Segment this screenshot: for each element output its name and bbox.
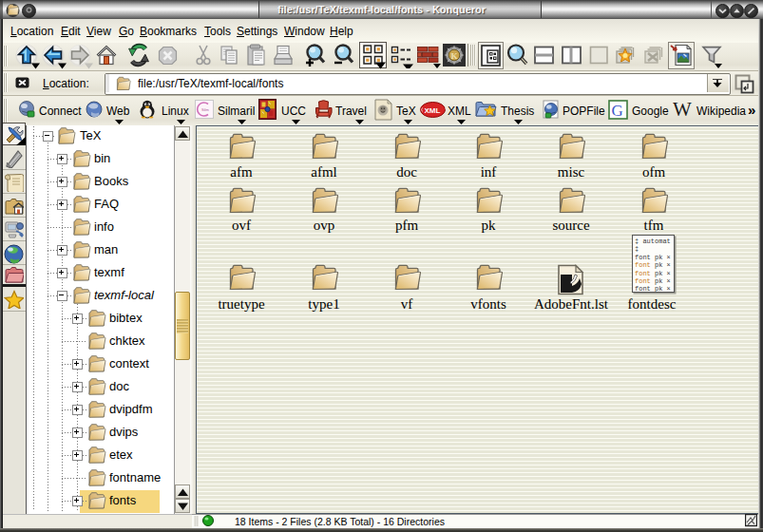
svg-text:XML: XML: [425, 106, 441, 115]
svg-text:K: K: [451, 51, 458, 61]
svg-text:G: G: [612, 102, 623, 120]
svg-text:Silm: Silm: [201, 107, 209, 112]
svg-text:W: W: [673, 100, 692, 119]
